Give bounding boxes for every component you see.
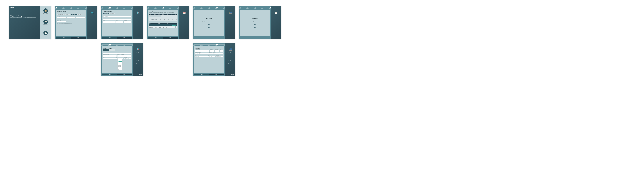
billing-address1-input[interactable]: i.e. 123 Main Street xyxy=(195,53,209,54)
address1-input[interactable]: i.e. 123 Main Street xyxy=(103,18,117,20)
state-option[interactable]: Virginia xyxy=(118,63,122,64)
back-button[interactable]: ‹ BACK xyxy=(102,74,117,76)
next-button[interactable]: NEXT › xyxy=(117,74,132,76)
city-input[interactable] xyxy=(103,58,116,60)
tab-business[interactable]: BUSINESS xyxy=(109,50,115,51)
next-button[interactable]: NEXT › xyxy=(163,37,178,39)
tab-domestic[interactable]: DOMESTIC xyxy=(65,14,70,15)
exp-month-select[interactable]: MM xyxy=(210,50,214,52)
calendar-day[interactable]: Jul 29 xyxy=(165,19,169,21)
svg-rect-24 xyxy=(275,12,277,12)
state-option[interactable]: West Virginia xyxy=(118,66,122,67)
stamps-icon xyxy=(44,31,48,35)
exp-year-select[interactable]: YYYY xyxy=(214,50,219,52)
state-option[interactable]: Wisconsin xyxy=(118,67,122,68)
nav-bar: ‹ BACK NEXT › xyxy=(56,37,86,39)
name-input[interactable]: i.e. John Smith xyxy=(103,16,131,17)
address1-input[interactable] xyxy=(103,56,117,57)
calendar-day[interactable]: Jul 15from $ 11 xyxy=(165,15,169,17)
calendar-day xyxy=(157,15,161,17)
select-method-button[interactable]: SELECTED xyxy=(172,25,176,26)
zip-input[interactable]: i.e. 12345-6789 xyxy=(124,21,131,23)
calendar-day[interactable]: Jul 25 xyxy=(149,19,153,21)
svg-point-14 xyxy=(183,12,184,12)
city-input[interactable]: i.e. Anytown xyxy=(103,21,116,23)
brand-footer: uShipIt xyxy=(92,37,96,38)
menu-item-stamps[interactable]: STAMPS xyxy=(40,28,51,39)
method-row[interactable]: Fedex StandardJul 168 pm$11.00OnsiteCHOO… xyxy=(149,26,177,27)
state-option[interactable]: Texas xyxy=(118,60,122,61)
select-method-button[interactable]: CHOOSE xyxy=(172,26,176,27)
calendar-day[interactable]: Jul 20from $ 8 xyxy=(157,17,161,19)
menu-item-packages[interactable]: PACKAGES xyxy=(40,6,51,17)
calendar-day[interactable]: Jul 14from $ 11 xyxy=(161,15,165,17)
svg-rect-19 xyxy=(228,14,232,14)
tab-residence[interactable]: RESIDENCE xyxy=(103,50,109,51)
weight-note: * Use nearby scale to put in the package… xyxy=(57,23,85,24)
tab-residence[interactable]: RESIDENCE xyxy=(103,13,109,14)
tab-international[interactable]: INTERNATIONAL xyxy=(57,14,64,15)
screen-landing: uShipIt Shipping & Stamps When it comes … xyxy=(9,6,51,39)
calendar-day[interactable]: Jul 22from $ 8 xyxy=(165,17,169,19)
state-option[interactable]: Wyoming xyxy=(118,68,122,70)
calendar-day[interactable]: Jul 17 xyxy=(173,15,177,17)
method-row[interactable]: Fedex PriorityJul 1610:30 am$18.00Onsite… xyxy=(149,27,177,28)
calendar-day[interactable]: Jul 26from $ 8 xyxy=(153,19,157,21)
height-input[interactable] xyxy=(76,17,85,18)
svg-rect-18 xyxy=(230,12,232,12)
card-swipe-icon xyxy=(228,48,232,52)
menu-item-envelopes[interactable]: ENVELOPES xyxy=(40,17,51,28)
calendar-icon xyxy=(182,11,186,15)
calendar-day[interactable]: Jul 23from $ 8 xyxy=(169,17,173,19)
method-row[interactable]: Fedex HomeJul 16End of day$8.00OnsiteSEL… xyxy=(149,24,177,26)
page-title: Delivery Address xyxy=(103,11,131,12)
address2-input[interactable] xyxy=(118,56,131,57)
name-input[interactable]: Richard Mercer xyxy=(103,52,131,54)
depth-input[interactable] xyxy=(66,17,76,18)
select-method-button[interactable]: CHOOSE xyxy=(172,27,176,28)
calendar-day xyxy=(153,15,157,17)
billing-state-select[interactable]: Select State xyxy=(208,56,215,57)
envelope-icon xyxy=(44,20,48,24)
calendar-day[interactable]: Jul 21from $ 8 xyxy=(161,17,165,19)
zip-input[interactable]: i.e. 12345-6789 xyxy=(124,58,131,60)
billing-zip-input[interactable]: i.e. 12345-6789 xyxy=(216,56,223,57)
state-option[interactable]: Vermont xyxy=(118,62,122,63)
state-option[interactable]: Washington xyxy=(118,64,122,66)
calendar-day[interactable]: Jul 18 xyxy=(149,17,153,19)
next-button[interactable]: NEXT › xyxy=(117,37,132,39)
card-input[interactable]: XXXX - XXXX - XXXX - XXXX xyxy=(195,50,209,52)
calendar-day[interactable]: Jul 30 xyxy=(169,19,173,21)
calendar-day[interactable]: Jul 28 xyxy=(161,19,165,21)
tab-customer[interactable]: CUSTOMER xyxy=(71,14,76,15)
address2-input[interactable]: i.e. Apartment/Unit xyxy=(118,18,131,20)
next-button[interactable]: NEXT › xyxy=(71,37,86,39)
width-input[interactable] xyxy=(57,17,66,18)
screen-printing: PACKAGE ADDRESS DELIVERY PAYMENT PRINT P… xyxy=(239,6,281,39)
back-button[interactable]: ‹ BACK xyxy=(102,37,117,39)
tab-business[interactable]: BUSINESS xyxy=(109,13,115,14)
state-dropdown[interactable]: Texas Utah Vermont Virginia Washington W… xyxy=(118,59,122,70)
state-option[interactable]: Utah xyxy=(118,61,122,62)
back-button[interactable]: ‹ BACK xyxy=(56,37,71,39)
hero-tagline: When it comes to shipping to stamps — We… xyxy=(10,17,39,18)
calendar-day[interactable]: Jul 19from $ 8 xyxy=(153,17,157,19)
weight-input[interactable] xyxy=(57,21,66,22)
cvv-input[interactable]: XXX xyxy=(220,50,223,52)
calendar-day[interactable]: Jul 27 xyxy=(157,19,161,21)
svg-rect-21 xyxy=(230,49,232,49)
category-menu: PACKAGES ENVELOPES STAMPS xyxy=(40,6,51,39)
calendar-day[interactable]: Jul 31 xyxy=(173,19,177,21)
tab-flatrate[interactable]: FLAT RATE xyxy=(77,14,82,15)
hat-icon xyxy=(90,11,94,15)
back-button[interactable]: ‹ BACK xyxy=(148,37,163,39)
next-button[interactable]: NEXT › xyxy=(209,74,224,76)
calendar-day[interactable]: Jul 24 xyxy=(173,17,177,19)
billing-city-input[interactable]: i.e. Anytown xyxy=(195,56,208,57)
billing-address2-input[interactable]: i.e. Apartment/Unit xyxy=(210,53,223,54)
svg-point-9 xyxy=(138,12,139,13)
state-select[interactable]: Select State xyxy=(116,21,123,23)
svg-rect-17 xyxy=(230,12,232,13)
calendar-day[interactable]: Jul 16from $ 8 xyxy=(169,15,173,17)
back-button[interactable]: ‹ BACK xyxy=(194,74,209,76)
